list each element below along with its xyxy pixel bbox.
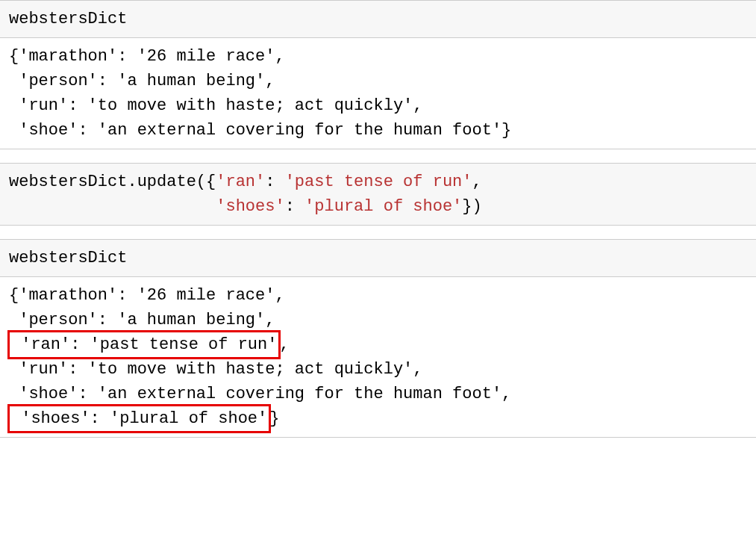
code-output-1: {'marathon': '26 mile race', 'person': '…	[0, 37, 756, 149]
string-literal: 'past tense of run'	[285, 173, 472, 191]
string-literal: 'ran'	[216, 173, 265, 191]
code-indent	[9, 197, 216, 216]
output-text: ,	[279, 335, 289, 354]
code-text: :	[285, 197, 304, 216]
code-output-3: {'marathon': '26 mile race', 'person': '…	[0, 276, 756, 437]
output-line: 'ran': 'past tense of run'	[11, 335, 277, 354]
code-text: ,	[472, 173, 482, 191]
code-text: webstersDict.update({	[9, 173, 216, 191]
code-input-3: webstersDict	[0, 240, 756, 276]
code-text: webstersDict	[9, 10, 127, 28]
output-line: {'marathon': '26 mile race',	[9, 286, 285, 305]
output-line: 'run': 'to move with haste; act quickly'…	[9, 360, 423, 379]
code-text: })	[462, 197, 481, 216]
notebook-cell-1: webstersDict {'marathon': '26 mile race'…	[0, 0, 756, 149]
code-input-1: webstersDict	[0, 1, 756, 37]
notebook-cell-3: webstersDict {'marathon': '26 mile race'…	[0, 239, 756, 438]
string-literal: 'plural of shoe'	[304, 197, 462, 216]
highlight-new-entry-1: 'ran': 'past tense of run'	[7, 330, 281, 359]
highlight-new-entry-2: 'shoes': 'plural of shoe'	[7, 404, 271, 433]
code-text: :	[265, 173, 284, 191]
output-line: 'person': 'a human being',	[9, 72, 275, 90]
output-line: 'shoe': 'an external covering for the hu…	[9, 385, 511, 403]
output-line: {'marathon': '26 mile race',	[9, 47, 285, 66]
string-literal: 'shoes'	[216, 197, 284, 216]
output-line: 'run': 'to move with haste; act quickly'…	[9, 96, 423, 115]
code-text: webstersDict	[9, 249, 127, 267]
cell-gap	[0, 149, 756, 163]
output-text: }	[269, 409, 279, 428]
notebook-cell-2: webstersDict.update({'ran': 'past tense …	[0, 163, 756, 226]
cell-gap	[0, 226, 756, 239]
output-line: 'shoe': 'an external covering for the hu…	[9, 121, 511, 140]
output-line: 'shoes': 'plural of shoe'	[11, 409, 267, 428]
code-input-2: webstersDict.update({'ran': 'past tense …	[0, 164, 756, 225]
output-line: 'person': 'a human being',	[9, 311, 275, 329]
